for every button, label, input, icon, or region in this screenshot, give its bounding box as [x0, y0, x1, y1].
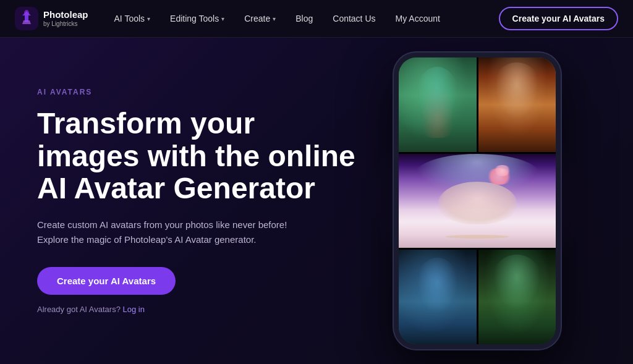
logo-icon [15, 7, 38, 30]
photo-tile-5 [478, 250, 556, 344]
nav-item-contact[interactable]: Contact Us [324, 9, 384, 28]
hero-title: Transform your images with the online AI… [37, 108, 359, 205]
hero-description: Create custom AI avatars from your photo… [37, 218, 297, 247]
hero-content: AI AVATARS Transform your images with th… [37, 88, 359, 314]
hero-section: AI AVATARS Transform your images with th… [0, 38, 633, 364]
phone-showcase [359, 38, 596, 364]
nav-item-ai-tools[interactable]: AI Tools ▾ [106, 9, 159, 28]
nav-item-blog[interactable]: Blog [287, 9, 321, 28]
nav-items: AI Tools ▾ Editing Tools ▾ Create ▾ Blog… [106, 9, 491, 28]
photo-tile-1 [399, 57, 477, 152]
hero-tag: AI AVATARS [37, 88, 359, 96]
phone-screen [399, 57, 556, 344]
navbar: Photoleap by Lightricks AI Tools ▾ Editi… [0, 0, 633, 38]
nav-item-create[interactable]: Create ▾ [236, 9, 284, 28]
chevron-down-icon: ▾ [147, 15, 150, 22]
hero-login-link[interactable]: Log in [123, 305, 145, 314]
logo-text: Photoleap by Lightricks [43, 9, 88, 28]
nav-item-editing-tools[interactable]: Editing Tools ▾ [161, 9, 233, 28]
nav-cta-button[interactable]: Create your AI Avatars [499, 7, 618, 30]
photo-tile-center [399, 154, 556, 248]
nav-item-account[interactable]: My Account [387, 9, 449, 28]
photo-tile-4 [399, 250, 477, 344]
chevron-down-icon: ▾ [273, 15, 276, 22]
phone-mockup [394, 53, 561, 349]
logo[interactable]: Photoleap by Lightricks [15, 7, 88, 30]
photo-tile-2 [478, 57, 556, 152]
chevron-down-icon: ▾ [221, 15, 224, 22]
hero-login-text: Already got AI Avatars? Log in [37, 305, 359, 314]
hero-cta-button[interactable]: Create your AI Avatars [37, 267, 176, 295]
svg-point-1 [24, 10, 29, 16]
